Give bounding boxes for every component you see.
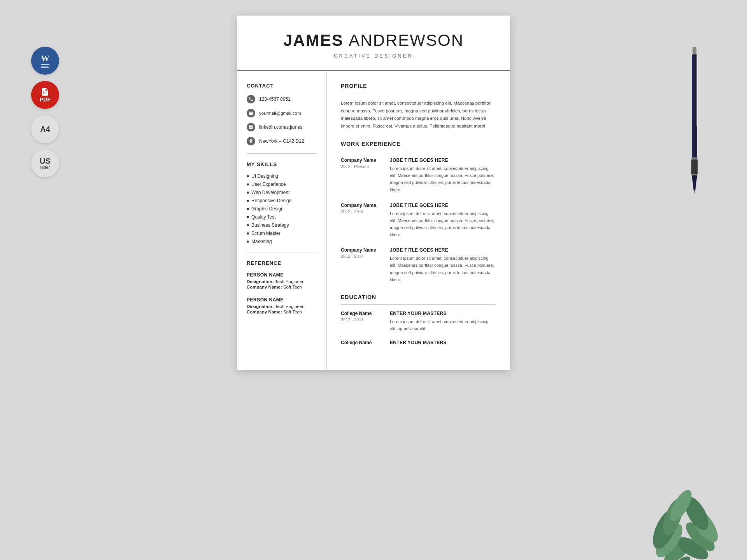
skill-bullet: ■: [247, 206, 249, 211]
skill-bullet: ■: [247, 174, 249, 178]
work-entry: Company Name 2012 - 2016 JOBE TITLE GOES…: [341, 203, 496, 238]
contact-linkedin: linkedin.com/s.james: [247, 123, 317, 131]
skill-name: Marketing: [251, 239, 272, 244]
education-section: EDUCATION College Name 2012 - 2013 ENTER…: [341, 294, 496, 347]
work-right: JOBE TITLE GOES HERE Lorem ipsum dolor s…: [390, 247, 496, 283]
work-section-title: WORK EXPERIENCE: [341, 141, 496, 147]
work-left: Company Name 2012 - Present: [341, 158, 384, 193]
contact-phone: 123-4567 8951: [247, 95, 317, 103]
work-desc: Lorem ipsum dolor sit amet, consectetuer…: [390, 255, 496, 283]
word-letter: W: [41, 53, 49, 63]
resume-document: JAMES ANDREWSON CREATIVE DESIGNER CONTAC…: [237, 16, 510, 370]
skill-name: Graphic Design: [251, 206, 284, 212]
edu-entries: College Name 2012 - 2013 ENTER YOUR MAST…: [341, 311, 496, 347]
a4-label: A4: [40, 125, 50, 134]
edu-right: ENTER YOUR MASTERS Lorem ipsum dolor sit…: [390, 311, 496, 332]
svg-rect-7: [696, 49, 697, 126]
profile-text: Lorem ipsum dolor sit amet, consectetuer…: [341, 100, 496, 130]
word-line-2: [41, 66, 48, 66]
svg-rect-5: [691, 158, 698, 159]
resume-body: CONTACT 123-4567 8951 yourmail@gmail.com: [237, 71, 510, 370]
work-entry: Company Name 2012 - Present JOBE TITLE G…: [341, 158, 496, 193]
ref-company: Company Name: Soft Tech: [247, 310, 317, 314]
contact-email: yourmail@gmail.com: [247, 109, 317, 117]
skill-item: ■Web Development: [247, 190, 317, 195]
skills-section: MY SKILLS ■UI Designing■User Experience■…: [247, 161, 317, 244]
ref-name: PERSON NAME: [247, 297, 317, 303]
phone-text: 123-4567 8951: [259, 96, 291, 102]
work-divider: [341, 151, 496, 151]
edu-college: College Name: [341, 311, 384, 316]
profile-section-title: PROFILE: [341, 83, 496, 89]
email-icon: [247, 109, 255, 117]
skill-item: ■Marketing: [247, 239, 317, 244]
skill-name: Web Development: [251, 190, 290, 195]
first-name: JAMES: [283, 31, 344, 49]
ref-company: Company Name: Soft Tech: [247, 285, 317, 289]
svg-rect-6: [691, 174, 698, 175]
education-divider: [341, 304, 496, 304]
phone-svg: [249, 97, 253, 102]
linkedin-svg: [249, 125, 253, 130]
edu-degree: ENTER YOUR MASTERS: [390, 340, 496, 345]
svg-rect-8: [693, 56, 694, 158]
education-section-title: EDUCATION: [341, 294, 496, 300]
work-left: Company Name 2012 - 2014: [341, 247, 384, 283]
skill-bullet: ■: [247, 198, 249, 203]
skill-name: Quality Test: [251, 214, 275, 220]
linkedin-icon: [247, 123, 255, 131]
ref-name: PERSON NAME: [247, 272, 317, 278]
contact-divider: [247, 153, 317, 154]
page-wrapper: W PDF A4 US letter: [0, 16, 747, 560]
us-letter-icon[interactable]: US letter: [31, 149, 59, 177]
edu-date: 2012 - 2013: [341, 317, 384, 322]
skills-divider: [247, 252, 317, 252]
skill-bullet: ■: [247, 239, 249, 243]
svg-rect-2: [691, 159, 698, 175]
us-main-text: US: [40, 157, 51, 165]
word-icon[interactable]: W: [31, 47, 59, 75]
email-text[interactable]: yourmail@gmail.com: [259, 111, 301, 116]
ref-designation: Designation: Tech Engineer: [247, 279, 317, 284]
resume-title: CREATIVE DESIGNER: [261, 53, 486, 59]
skill-bullet: ■: [247, 223, 249, 227]
edu-college: College Name: [341, 340, 384, 345]
work-company: Company Name: [341, 247, 384, 253]
work-right: JOBE TITLE GOES HERE Lorem ipsum dolor s…: [390, 158, 496, 193]
work-title: JOBE TITLE GOES HERE: [390, 158, 496, 163]
location-svg: [249, 139, 253, 144]
svg-marker-3: [692, 175, 697, 191]
skill-name: Business Strategy: [251, 222, 289, 228]
reference-item: PERSON NAME Designation: Tech Engineer C…: [247, 272, 317, 289]
us-sub-text: letter: [40, 165, 50, 170]
work-left: Company Name 2012 - 2016: [341, 203, 384, 238]
svg-marker-4: [694, 191, 695, 194]
email-svg: [249, 111, 253, 116]
skill-name: UI Designing: [251, 173, 278, 179]
work-date: 2012 - 2014: [341, 254, 384, 259]
skill-bullet: ■: [247, 182, 249, 186]
work-section: WORK EXPERIENCE Company Name 2012 - Pres…: [341, 141, 496, 283]
work-date: 2012 - Present: [341, 164, 384, 169]
a4-icon[interactable]: A4: [31, 115, 59, 143]
skill-name: User Experience: [251, 182, 286, 187]
reference-item: PERSON NAME Designation: Tech Engineer C…: [247, 297, 317, 314]
profile-section: PROFILE Lorem ipsum dolor sit amet, cons…: [341, 83, 496, 130]
work-right: JOBE TITLE GOES HERE Lorem ipsum dolor s…: [390, 203, 496, 238]
work-entry: Company Name 2012 - 2014 JOBE TITLE GOES…: [341, 247, 496, 283]
skill-name: Responsive Design: [251, 198, 291, 203]
edu-desc: Lorem ipsum dolor sit amet, consectetuer…: [390, 318, 496, 332]
location-icon: [247, 137, 255, 145]
pdf-label-text: PDF: [40, 96, 51, 103]
contact-address: NewYork – G142 D12: [247, 137, 317, 145]
edu-left: College Name: [341, 340, 384, 347]
skill-item: ■Graphic Design: [247, 206, 317, 212]
references-list: PERSON NAME Designation: Tech Engineer C…: [247, 272, 317, 314]
pdf-svg-icon: [40, 87, 50, 96]
skill-item: ■Scrum Master: [247, 231, 317, 236]
side-icons: W PDF A4 US letter: [31, 47, 59, 177]
linkedin-text: linkedin.com/s.james: [259, 124, 302, 130]
skill-bullet: ■: [247, 231, 249, 235]
skill-item: ■Responsive Design: [247, 198, 317, 203]
pdf-icon[interactable]: PDF: [31, 81, 59, 109]
